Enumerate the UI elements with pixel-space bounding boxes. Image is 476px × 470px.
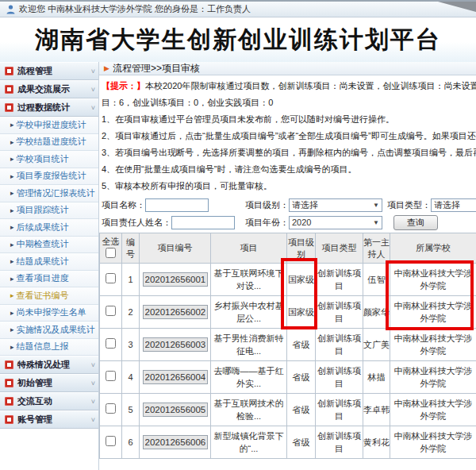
select-all-checkbox[interactable] xyxy=(106,248,116,258)
triangle-bullet-icon: ▸ xyxy=(10,155,14,163)
project-level: 省级 xyxy=(287,426,316,459)
project-title: 基于互联网技术的检验... xyxy=(211,394,287,426)
sidebar-item-school-apply-progress[interactable]: ▸ 学校申报进度统计 xyxy=(0,117,98,134)
project-person: 黄利花 xyxy=(363,426,390,459)
triangle-bullet-icon: ▸ xyxy=(10,326,14,333)
project-person: 伍智 xyxy=(363,264,390,296)
sidebar: 流程管理 ˅ 成果交流展示 ˅ 过程数据统计 ˅ ▸ 学校申报进度统计 ▸ 学校… xyxy=(0,62,99,470)
user-icon xyxy=(6,5,15,14)
triangle-bullet-icon: ▸ xyxy=(10,206,14,214)
project-level: 省级 xyxy=(287,329,316,361)
instruction-line: 4、在使用“批量生成项目编号”时，请注意勾选要生成编号的项目。 xyxy=(102,161,476,178)
triangle-bullet-icon: ▸ xyxy=(10,241,14,248)
sidebar-section-account-mgmt[interactable]: 账号管理 ˅ xyxy=(0,410,98,429)
sidebar-item-midterm-check-stats[interactable]: ▸ 中期检查统计 xyxy=(0,237,98,254)
project-person: 文广美 xyxy=(363,329,390,361)
notice-line-2: 目：6，创业训练项目：0，创业实践项目：0 xyxy=(102,94,476,111)
project-year-select[interactable]: 2020 ▼ xyxy=(289,216,382,229)
project-code-input[interactable] xyxy=(143,403,208,417)
triangle-bullet-icon: ▸ xyxy=(10,309,14,317)
project-person: 颜家华 xyxy=(363,296,390,329)
sidebar-section-communication[interactable]: 交流互动 ˅ xyxy=(0,392,98,410)
sidebar-section-special-cases[interactable]: 特殊情况处理 ˅ xyxy=(0,356,98,374)
project-person: 林描 xyxy=(363,361,390,394)
sidebar-section-results-show[interactable]: 成果交流展示 ˅ xyxy=(0,80,98,98)
triangle-bullet-icon: ▸ xyxy=(10,223,14,231)
row-checkbox[interactable] xyxy=(106,338,116,349)
person-name-input[interactable] xyxy=(171,216,235,229)
project-level: 省级 xyxy=(287,394,316,426)
section-icon xyxy=(5,360,13,369)
row-checkbox[interactable] xyxy=(106,273,116,283)
section-icon xyxy=(5,103,13,112)
header-level: 项目级别 xyxy=(287,233,316,264)
instruction-line: 3、若项目编号出现断号，先选择所要调整的项目，再删除框内的编号，点击调整项目编号… xyxy=(102,144,476,161)
instruction-line: 1、在项目审核通过平台管理员项目未发布前，您可以随时对编号进行操作。 xyxy=(102,111,476,128)
project-school: 中南林业科技大学涉外学院 xyxy=(390,394,476,426)
sidebar-item-quarter-report-stats[interactable]: ▸ 项目季度报告统计 xyxy=(0,168,98,186)
search-button[interactable]: 查询 xyxy=(393,215,438,230)
row-index: 5 xyxy=(122,394,140,426)
chevron-down-icon: ˅ xyxy=(91,86,95,94)
table-row: 6 新型城镇化背景下的“... 省级 创新训练项目 黄利花 中南林业科技大学涉外… xyxy=(100,426,476,459)
project-school: 中南林业科技大学涉外学院 xyxy=(390,426,476,459)
table-row: 1 基于互联网环境下对设... 国家级 创新训练项目 伍智 中南林业科技大学涉外… xyxy=(100,264,476,296)
header-school: 所属学校 xyxy=(390,233,476,264)
row-index: 1 xyxy=(122,264,140,296)
project-level: 国家级 xyxy=(287,264,316,296)
project-level-select[interactable]: 请选择 ▼ xyxy=(289,198,382,212)
notice-prefix: 【提示：】 xyxy=(102,81,145,91)
section-icon xyxy=(5,397,13,406)
row-checkbox[interactable] xyxy=(106,403,116,414)
project-code-input[interactable] xyxy=(143,272,208,287)
sidebar-item-school-close-progress[interactable]: ▸ 学校结题进度统计 xyxy=(0,134,98,152)
sidebar-item-school-project-stats[interactable]: ▸ 学校项目统计 xyxy=(0,151,98,168)
project-code-input[interactable] xyxy=(143,370,208,384)
project-type: 创新训练项目 xyxy=(316,361,363,394)
project-person: 李卓韩 xyxy=(363,394,390,426)
breadcrumb-arrow-icon: ▶ xyxy=(104,64,109,72)
sidebar-item-mgmt-report-stats[interactable]: ▸ 管理情况汇报表统计 xyxy=(0,185,98,202)
project-name-input[interactable] xyxy=(145,198,209,212)
table-row: 3 基于男性消费新特征电... 省级 创新训练项目 文广美 中南林业科技大学涉外… xyxy=(100,329,476,361)
notice-line-1: 【提示：】本校2020年限制审核通过项目数，创新训练项目：尚未设置，创业训练项目… xyxy=(102,78,476,94)
sidebar-section-init-mgmt[interactable]: 初始管理 ˅ xyxy=(0,374,98,392)
chevron-down-icon: ˅ xyxy=(91,104,95,112)
project-type: 创新训练项目 xyxy=(316,296,363,329)
row-checkbox[interactable] xyxy=(106,436,116,446)
triangle-bullet-icon: ▸ xyxy=(10,343,14,351)
header-type: 项目类型 xyxy=(316,233,363,264)
project-type: 创新训练项目 xyxy=(316,394,363,426)
notice-block: 【提示：】本校2020年限制审核通过项目数，创新训练项目：尚未设置，创业训练项目… xyxy=(99,75,476,196)
sidebar-section-process-mgmt[interactable]: 流程管理 ˅ xyxy=(0,62,98,80)
project-type: 创新训练项目 xyxy=(316,426,363,459)
title-banner: 湖南省大学生创新创业训练计划平台 xyxy=(0,17,476,62)
sidebar-item-closing-info-upload[interactable]: ▸ 结题信息上报 xyxy=(0,339,98,356)
triangle-bullet-icon: ▸ xyxy=(10,121,14,129)
person-name-label: 项目责任人姓名： xyxy=(102,217,171,229)
sidebar-item-closing-results-stats[interactable]: ▸ 结题成果统计 xyxy=(0,253,98,271)
main-content: ▶ 流程管理>>项目审核 【提示：】本校2020年限制审核通过项目数，创新训练项… xyxy=(99,62,476,470)
dropdown-caret-icon: ▼ xyxy=(373,219,379,226)
sidebar-section-process-stats[interactable]: 过程数据统计 ˅ xyxy=(0,98,98,117)
project-type-label: 项目类型： xyxy=(387,199,431,211)
project-title: 基于男性消费新特征电... xyxy=(211,329,287,361)
sidebar-item-followup-results-stats[interactable]: ▸ 后续成果统计 xyxy=(0,219,98,237)
sidebar-item-implementation-stats[interactable]: ▸ 实施情况及成果统计 xyxy=(0,322,98,339)
header-project: 项目 xyxy=(211,233,287,264)
project-type-select[interactable]: 请选择 ▼ xyxy=(431,198,476,212)
project-title: 去哪嗨——基于红外实... xyxy=(211,361,287,394)
project-code-input[interactable] xyxy=(143,435,208,449)
row-checkbox[interactable] xyxy=(106,306,116,316)
sidebar-item-view-certificate-no[interactable]: ▸ 查看证书编号 xyxy=(0,287,98,305)
chevron-down-icon: ˅ xyxy=(91,379,95,387)
chevron-down-icon: ˅ xyxy=(91,67,95,75)
sidebar-item-project-track-stats[interactable]: ▸ 项目跟踪统计 xyxy=(0,202,98,220)
project-code-input[interactable] xyxy=(143,337,208,352)
project-code-input[interactable] xyxy=(143,305,208,319)
row-checkbox[interactable] xyxy=(106,371,116,381)
filter-row-2: 项目责任人姓名： 项目年份： 2020 ▼ 查询 xyxy=(99,214,476,231)
sidebar-item-view-project-progress[interactable]: ▸ 查看项目进度 xyxy=(0,271,98,288)
triangle-bullet-icon: ▸ xyxy=(10,275,14,283)
sidebar-item-not-applied-students[interactable]: ▸ 尚未申报学生名单 xyxy=(0,305,98,322)
